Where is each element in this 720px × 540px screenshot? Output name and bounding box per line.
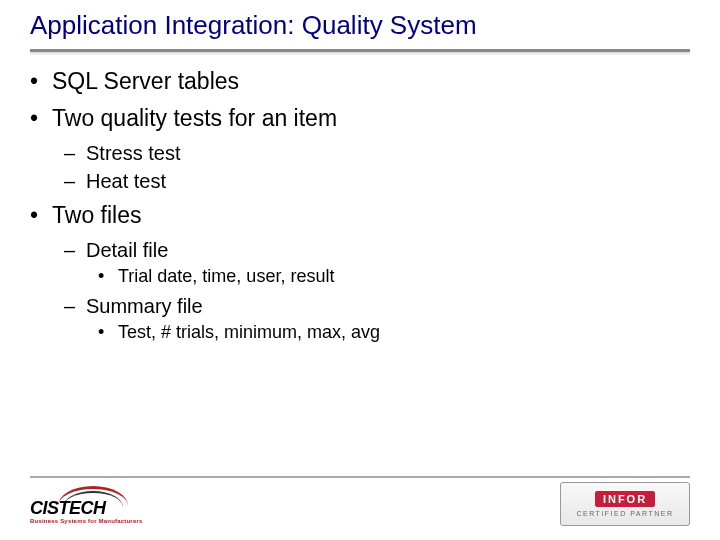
bullet-summary-file: Summary file — [30, 293, 690, 319]
cistech-logo: CISTECH Business Systems for Manufacture… — [30, 486, 170, 528]
bullet-detail-fields: Trial date, time, user, result — [30, 265, 690, 288]
bullet-summary-fields: Test, # trials, minimum, max, avg — [30, 321, 690, 344]
bullet-quality-tests: Two quality tests for an item — [30, 103, 690, 134]
infor-partner-label: CERTIFIED PARTNER — [576, 510, 673, 517]
slide: Application Integration: Quality System … — [0, 0, 720, 540]
group-quality-tests: Stress test Heat test — [30, 140, 690, 194]
cistech-name: CISTECH — [30, 498, 106, 519]
bullet-stress-test: Stress test — [30, 140, 690, 166]
infor-brand: INFOR — [595, 491, 655, 507]
cistech-tagline: Business Systems for Manufacturers — [30, 518, 143, 524]
bullet-detail-file: Detail file — [30, 237, 690, 263]
slide-title: Application Integration: Quality System — [0, 0, 720, 49]
bullet-heat-test: Heat test — [30, 168, 690, 194]
slide-content: SQL Server tables Two quality tests for … — [0, 52, 720, 344]
bullet-two-files: Two files — [30, 200, 690, 231]
infor-logo: INFOR CERTIFIED PARTNER — [560, 482, 690, 526]
bullet-sql-tables: SQL Server tables — [30, 66, 690, 97]
footer-divider — [30, 476, 690, 478]
group-files: Detail file Trial date, time, user, resu… — [30, 237, 690, 344]
